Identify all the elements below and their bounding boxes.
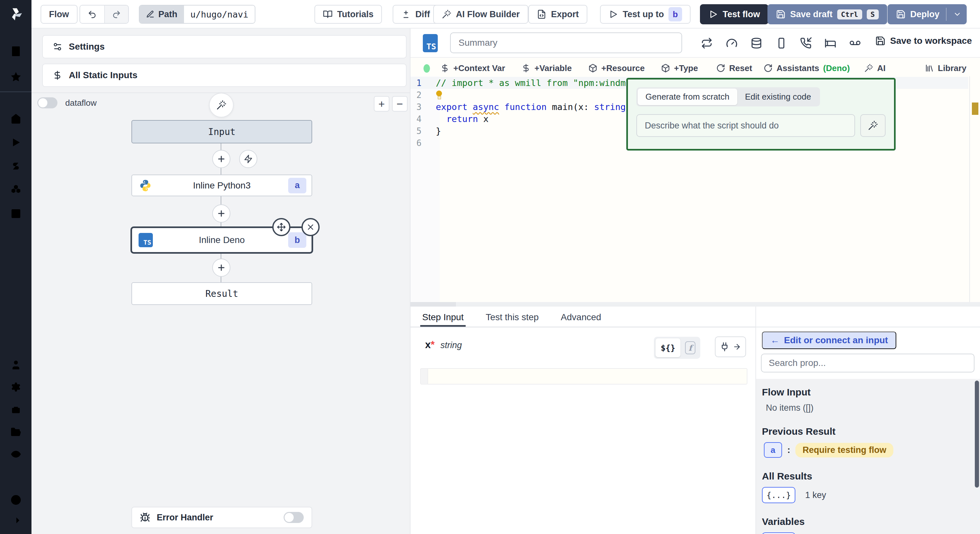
ai-flow-builder-button[interactable]: AI Flow Builder [433,5,528,24]
reset-label: Reset [729,63,752,73]
package-icon [588,64,597,73]
tab-test-this-step[interactable]: Test this step [484,308,541,327]
chevron-down-icon[interactable] [953,10,961,19]
runs-play-icon[interactable] [10,137,22,148]
insert-step-button[interactable] [212,150,231,168]
concurrency-gauge-icon[interactable] [726,37,738,49]
tab-advanced[interactable]: Advanced [559,308,603,327]
flow-home-label: Flow [49,10,69,19]
save-icon [776,10,786,19]
schedules-calendar-icon[interactable] [10,207,22,219]
mock-voicemail-icon[interactable] [849,37,861,49]
add-context-var-button[interactable]: +Context Var [440,61,505,75]
variables-dollar-icon[interactable] [10,160,22,172]
generate-wand-button[interactable] [860,114,886,137]
library-button[interactable]: Library [925,61,966,75]
save-to-workspace-label: Save to workspace [890,36,972,46]
line-number: 4 [410,114,431,124]
argument-value-field[interactable] [420,368,747,385]
ai-button[interactable]: AI [864,61,886,75]
move-node-handle[interactable] [272,218,290,236]
folders-icon[interactable] [10,426,22,438]
path-chip[interactable]: Path u/hugo/navi [139,5,255,24]
suspend-phone-incoming-icon[interactable] [800,37,811,49]
insert-step-button[interactable] [212,204,231,222]
windmill-logo-icon[interactable] [8,6,24,23]
redo-button[interactable] [104,6,128,23]
graph-node-python[interactable]: Inline Python3 a [131,175,312,196]
error-handler-toggle[interactable] [284,512,304,523]
user-icon[interactable] [10,359,22,371]
diff-button[interactable]: Diff [393,5,438,24]
test-up-to-button[interactable]: Test up to b [600,5,690,24]
argument-type: string [440,340,462,350]
tab-edit-existing-code[interactable]: Edit existing code [737,89,819,105]
flow-home-button[interactable]: Flow [41,5,78,24]
wand-sparkles-icon [216,100,226,110]
search-prop-input[interactable] [761,354,974,372]
variables-object-badge[interactable]: {...} [762,532,795,534]
test-flow-label: Test flow [723,10,760,19]
lightbulb-icon[interactable] [436,91,442,100]
vertical-scrollbar-thumb[interactable] [975,381,979,488]
tab-generate-from-scratch[interactable]: Generate from scratch [638,89,737,105]
reset-button[interactable]: Reset [716,61,752,75]
all-results-object-badge[interactable]: {...} [762,487,795,503]
tab-step-input[interactable]: Step Input [420,308,466,327]
zoom-out-button[interactable]: − [392,96,407,111]
argument-value-editor[interactable] [428,369,747,384]
expand-sidebar-arrow-icon[interactable] [10,515,22,526]
save-icon [875,36,886,46]
horizontal-scrollbar[interactable] [410,302,456,307]
insert-step-button[interactable] [212,259,231,277]
assistants-button[interactable]: Assistants (Deno) [764,61,850,75]
trigger-zap-button[interactable] [239,150,257,168]
ai-popup-input-row [636,114,886,137]
javascript-mode-chip[interactable]: f [682,339,698,357]
flow-settings-card[interactable]: Settings [42,35,407,59]
save-to-workspace-button[interactable]: Save to workspace [875,36,972,46]
flow-input-empty-note: No items ([]) [766,403,980,413]
error-handler-card[interactable]: Error Handler [131,507,312,528]
workers-robot-icon[interactable] [10,404,22,416]
dataflow-toggle[interactable] [37,97,57,108]
save-icon [896,10,906,19]
all-static-inputs-card[interactable]: All Static Inputs [42,64,407,87]
code-token [468,102,473,112]
edit-or-connect-back-button[interactable]: ← Edit or connect an input [762,332,896,349]
describe-script-input[interactable] [636,114,855,137]
workspace-building-icon[interactable] [10,45,22,57]
favorites-star-icon[interactable] [10,71,22,83]
resources-boxes-icon[interactable] [10,184,22,195]
summary-input[interactable] [450,32,682,53]
timeout-mobile-icon[interactable] [776,37,787,49]
connect-input-button[interactable] [715,337,746,357]
settings-gear-icon[interactable] [10,381,22,393]
add-resource-button[interactable]: +Resource [588,61,645,75]
graph-node-result[interactable]: Result [131,282,312,305]
expression-mode-chip[interactable]: ${} [655,339,681,357]
add-variable-button[interactable]: +Variable [522,61,572,75]
undo-button[interactable] [80,6,104,23]
wand-sparkles-icon [442,10,451,19]
save-draft-button[interactable]: Save draft Ctrl S [767,4,887,24]
test-flow-button[interactable]: Test flow [700,4,768,24]
tutorials-button[interactable]: Tutorials [315,5,382,24]
home-icon[interactable] [10,113,22,125]
deploy-button[interactable]: Deploy [888,4,967,24]
edit-or-connect-label: Edit or connect an input [784,335,888,345]
sleep-bed-icon[interactable] [824,37,836,49]
cache-database-icon[interactable] [751,37,762,49]
delete-node-button[interactable] [301,218,320,236]
retries-repeat-icon[interactable] [701,37,713,49]
audit-eye-icon[interactable] [10,448,22,460]
help-icon[interactable] [10,494,22,506]
graph-node-input[interactable]: Input [131,120,312,143]
line-number: 6 [410,138,431,148]
export-button[interactable]: Export [528,5,587,24]
path-value[interactable]: u/hugo/navi [184,6,255,23]
previous-result-step-badge[interactable]: a [764,442,782,458]
zoom-in-button[interactable]: + [374,96,390,111]
ai-graph-wand-button[interactable] [209,93,234,118]
add-type-button[interactable]: +Type [661,61,698,75]
